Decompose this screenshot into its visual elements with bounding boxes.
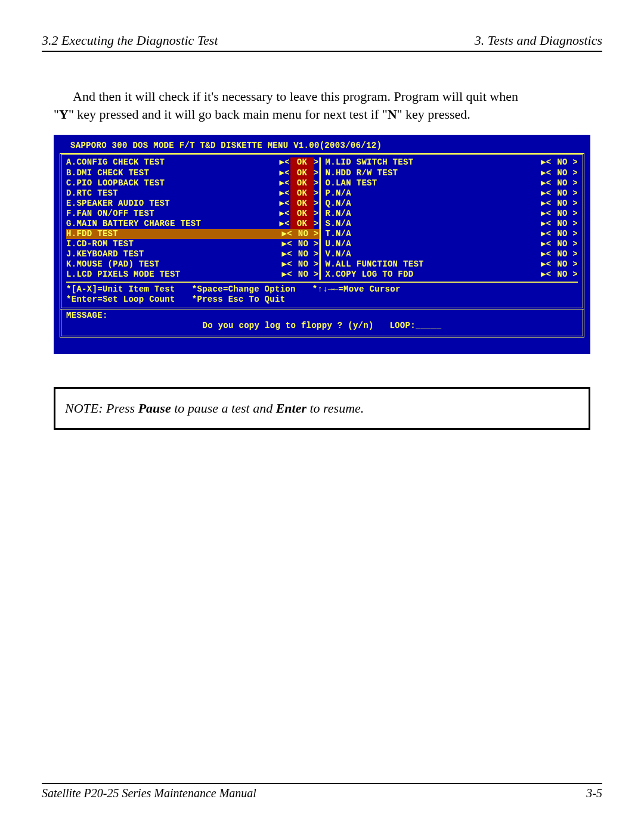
menu-item-label: F.FAN ON/OFF TEST	[66, 209, 154, 219]
header-section-right: 3. Tests and Diagnostics	[475, 33, 602, 48]
page-header: 3.2 Executing the Diagnostic Test 3. Tes…	[42, 33, 602, 52]
status-cell: ▶< OK >	[280, 157, 319, 168]
dos-message-box: MESSAGE: Do you copy log to floppy ? (y/…	[60, 309, 584, 337]
status-cell: ▶< NO >	[541, 270, 578, 280]
status-cell: ▶< NO >	[541, 219, 578, 229]
menu-item-label: I.CD-ROM TEST	[66, 239, 134, 249]
menu-item-label: E.SPEAKER AUDIO TEST	[66, 199, 170, 209]
dos-help-bar: *[A-X]=Unit Item Test *Space=Change Opti…	[66, 281, 578, 305]
dos-menu-title: SAPPORO 300 DOS MODE F/T T&D DISKETTE ME…	[60, 140, 584, 153]
page-footer: Satellite P20-25 Series Maintenance Manu…	[42, 783, 602, 800]
dos-left-column: A.CONFIG CHECK TEST▶< OK >B.DMI CHECK TE…	[66, 157, 319, 280]
menu-item-label: W.ALL FUNCTION TEST	[326, 259, 424, 270]
menu-item[interactable]: O.LAN TEST▶< NO >	[326, 178, 578, 188]
menu-item-label: B.DMI CHECK TEST	[66, 168, 149, 178]
status-cell: ▶< NO >	[541, 188, 578, 199]
menu-item[interactable]: H.FDD TEST▶< NO >	[66, 229, 319, 239]
menu-item-label: C.PIO LOOPBACK TEST	[66, 178, 165, 188]
help-unit-item: *[A-X]=Unit Item Test	[66, 284, 175, 295]
dos-loop-label: LOOP:_____	[389, 321, 441, 330]
body-paragraph: And then it will check if it's necessary…	[54, 88, 590, 123]
status-cell: ▶< NO >	[282, 249, 319, 259]
help-esc-quit: *Press Esc To Quit	[192, 295, 286, 305]
menu-item[interactable]: E.SPEAKER AUDIO TEST▶< OK >	[66, 199, 319, 209]
dos-message-label: MESSAGE:	[66, 311, 578, 321]
status-cell: ▶< OK >	[280, 188, 319, 199]
menu-item-label: Q.N/A	[326, 199, 352, 209]
menu-item[interactable]: F.FAN ON/OFF TEST▶< OK >	[66, 209, 319, 219]
menu-item-label: H.FDD TEST	[66, 229, 118, 239]
status-cell: ▶< NO >	[541, 168, 578, 178]
dos-right-column: M.LID SWITCH TEST▶< NO >N.HDD R/W TEST▶<…	[319, 157, 578, 280]
menu-item-label: V.N/A	[326, 249, 352, 259]
menu-item[interactable]: V.N/A▶< NO >	[326, 249, 578, 259]
menu-item[interactable]: X.COPY LOG TO FDD▶< NO >	[326, 270, 578, 280]
menu-item[interactable]: S.N/A▶< NO >	[326, 219, 578, 229]
menu-item[interactable]: G.MAIN BATTERY CHARGE TEST▶< OK >	[66, 219, 319, 229]
menu-item-label: S.N/A	[326, 219, 352, 229]
status-cell: ▶< OK >	[280, 209, 319, 219]
dos-screenshot: SAPPORO 300 DOS MODE F/T T&D DISKETTE ME…	[54, 135, 590, 354]
menu-item-label: T.N/A	[326, 229, 352, 239]
menu-item-label: M.LID SWITCH TEST	[326, 157, 414, 168]
menu-item[interactable]: M.LID SWITCH TEST▶< NO >	[326, 157, 578, 168]
menu-item[interactable]: A.CONFIG CHECK TEST▶< OK >	[66, 157, 319, 168]
status-cell: ▶< NO >	[282, 229, 319, 239]
dos-message-text: Do you copy log to floppy ? (y/n)	[203, 321, 374, 330]
status-cell: ▶< OK >	[280, 178, 319, 188]
menu-item-label: L.LCD PIXELS MODE TEST	[66, 270, 180, 280]
status-cell: ▶< NO >	[282, 270, 319, 280]
status-cell: ▶< OK >	[280, 168, 319, 178]
menu-item-label: D.RTC TEST	[66, 188, 118, 199]
status-cell: ▶< NO >	[541, 178, 578, 188]
note-box: NOTE: Press Pause to pause a test and En…	[54, 387, 590, 430]
status-cell: ▶< NO >	[282, 259, 319, 270]
status-cell: ▶< NO >	[541, 239, 578, 249]
menu-item[interactable]: P.N/A▶< NO >	[326, 188, 578, 199]
menu-item[interactable]: U.N/A▶< NO >	[326, 239, 578, 249]
menu-item[interactable]: B.DMI CHECK TEST▶< OK >	[66, 168, 319, 178]
menu-item[interactable]: D.RTC TEST▶< OK >	[66, 188, 319, 199]
menu-item[interactable]: J.KEYBOARD TEST▶< NO >	[66, 249, 319, 259]
header-section-left: 3.2 Executing the Diagnostic Test	[42, 33, 218, 48]
menu-item-label: J.KEYBOARD TEST	[66, 249, 144, 259]
menu-item[interactable]: K.MOUSE (PAD) TEST▶< NO >	[66, 259, 319, 270]
status-cell: ▶< OK >	[280, 199, 319, 209]
status-cell: ▶< OK >	[280, 219, 319, 229]
menu-item[interactable]: L.LCD PIXELS MODE TEST▶< NO >	[66, 270, 319, 280]
menu-item[interactable]: I.CD-ROM TEST▶< NO >	[66, 239, 319, 249]
status-cell: ▶< NO >	[541, 229, 578, 239]
status-cell: ▶< NO >	[541, 259, 578, 270]
status-cell: ▶< NO >	[541, 209, 578, 219]
footer-page-number: 3-5	[586, 786, 602, 800]
menu-item-label: R.N/A	[326, 209, 352, 219]
help-move-cursor: *↑↓→←=Move Cursor	[312, 284, 401, 295]
status-cell: ▶< NO >	[541, 157, 578, 168]
status-cell: ▶< NO >	[541, 199, 578, 209]
menu-item[interactable]: R.N/A▶< NO >	[326, 209, 578, 219]
footer-manual-title: Satellite P20-25 Series Maintenance Manu…	[42, 786, 256, 800]
status-cell: ▶< NO >	[282, 239, 319, 249]
menu-item-label: N.HDD R/W TEST	[326, 168, 398, 178]
help-enter-loop: *Enter=Set Loop Count	[66, 295, 175, 305]
status-cell: ▶< NO >	[541, 249, 578, 259]
menu-item-label: K.MOUSE (PAD) TEST	[66, 259, 160, 270]
menu-item[interactable]: W.ALL FUNCTION TEST▶< NO >	[326, 259, 578, 270]
menu-item[interactable]: C.PIO LOOPBACK TEST▶< OK >	[66, 178, 319, 188]
menu-item[interactable]: T.N/A▶< NO >	[326, 229, 578, 239]
menu-item-label: P.N/A	[326, 188, 352, 199]
menu-item-label: A.CONFIG CHECK TEST	[66, 157, 165, 168]
menu-item-label: X.COPY LOG TO FDD	[326, 270, 414, 280]
menu-item[interactable]: N.HDD R/W TEST▶< NO >	[326, 168, 578, 178]
help-space-option: *Space=Change Option	[192, 284, 296, 295]
menu-item-label: G.MAIN BATTERY CHARGE TEST	[66, 219, 201, 229]
menu-item-label: U.N/A	[326, 239, 352, 249]
menu-item[interactable]: Q.N/A▶< NO >	[326, 199, 578, 209]
menu-item-label: O.LAN TEST	[326, 178, 377, 188]
